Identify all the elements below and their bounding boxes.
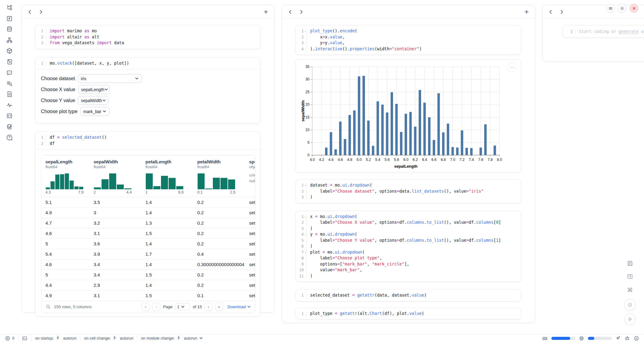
help-icon[interactable]	[6, 134, 13, 141]
column-header[interactable]: petalLength float6416.9	[141, 155, 193, 197]
code-cell-selected-dataset[interactable]: 1selected_dataset = getattr(data, datase…	[295, 289, 521, 301]
code-line[interactable]: 1⌄x = mo.ui.dropdown(	[296, 214, 521, 220]
code-line[interactable]: 9 options=["mark_bar", "mark_circle"],	[296, 261, 521, 267]
column-histogram[interactable]	[45, 172, 84, 189]
code-line[interactable]: 7⌄plot = mo.ui.dropdown(	[296, 249, 521, 255]
code-line[interactable]: 3 y=y.value,	[296, 40, 521, 46]
code-line[interactable]: 2 x=x.value,	[296, 34, 521, 40]
dependencies-icon[interactable]	[6, 37, 13, 44]
chevron-left-icon[interactable]	[28, 10, 32, 14]
fold-chevron-icon[interactable]: ⌄	[305, 249, 306, 255]
editor-placeholder[interactable]: Start coding or generate with	[575, 29, 644, 34]
code-line[interactable]: 1selected_dataset = getattr(data, datase…	[296, 292, 521, 298]
runtime-config-item[interactable]: on startup:autorun	[35, 336, 77, 341]
table-row[interactable]: 4.63.41.40.30000000000000004setosa	[41, 259, 255, 269]
code-editor[interactable]: 1⌄plot_type().encode(2 x=x.value,3 y=y.v…	[296, 25, 521, 55]
download-button[interactable]: Download	[227, 305, 251, 309]
add-cell-icon[interactable]	[264, 10, 268, 14]
last-page-button[interactable]: »	[215, 303, 223, 311]
app-view-button[interactable]	[624, 299, 636, 311]
first-page-button[interactable]: «	[141, 303, 150, 311]
code-line[interactable]: 2df	[35, 141, 260, 147]
chevron-right-icon[interactable]	[560, 10, 564, 14]
chart-actions-button[interactable]: ⋯	[507, 62, 517, 72]
page-select[interactable]: 1	[175, 303, 190, 310]
code-cell-plot-type[interactable]: 1plot_type = getattr(alt.Chart(df), plot…	[295, 308, 521, 320]
table-row[interactable]: 4.73.21.30.2setosa	[41, 218, 255, 228]
database-icon[interactable]	[6, 26, 13, 33]
column-histogram[interactable]	[94, 172, 132, 189]
code-editor[interactable]: 1plot_type = getattr(alt.Chart(df), plot…	[296, 308, 521, 319]
bar-chart[interactable]: 4.04.24.44.64.85.05.25.45.65.86.06.26.46…	[301, 64, 511, 170]
menu-button[interactable]	[606, 4, 615, 12]
table-row[interactable]: 53.41.50.2setosa	[41, 269, 255, 280]
code-line[interactable]: 1⌄plot_type().encode(	[296, 28, 521, 34]
chevron-left-icon[interactable]	[288, 10, 292, 14]
code-line[interactable]: 1import marimo as mo	[35, 28, 260, 34]
run-all-button[interactable]	[624, 313, 636, 325]
chevron-left-icon[interactable]	[549, 10, 553, 14]
code-editor[interactable]: 1import marimo as mo2import altair as al…	[35, 25, 260, 49]
code-line[interactable]: 5 label="Choose Y value", options=df.col…	[296, 237, 521, 244]
fold-chevron-icon[interactable]: ⌄	[305, 213, 306, 219]
fold-chevron-icon[interactable]: ⌄	[305, 182, 306, 188]
code-line[interactable]: 3)	[296, 226, 521, 232]
table-row[interactable]: 4.93.11.50.1setosa	[41, 290, 255, 301]
code-editor[interactable]: 1selected_dataset = getattr(data, datase…	[296, 290, 521, 301]
console-icon[interactable]	[6, 112, 13, 119]
terminal-button[interactable]	[22, 336, 27, 341]
code-line[interactable]: 10 value="mark_bar",	[296, 267, 521, 273]
packages-icon[interactable]	[6, 48, 13, 54]
fold-chevron-icon[interactable]: ⌄	[305, 28, 306, 34]
ai-sparkles-icon[interactable]	[615, 336, 621, 341]
code-line[interactable]: 1⌄dataset = mo.ui.dropdown(	[296, 182, 521, 188]
column-header[interactable]: species objectunique:nulls:	[245, 155, 255, 197]
runtime-config-item[interactable]: on module change:autorun	[141, 336, 203, 341]
file-tree-icon[interactable]	[6, 4, 13, 11]
table-row[interactable]: 53.61.40.2setosa	[41, 238, 255, 249]
chevron-right-icon[interactable]	[39, 10, 43, 14]
code-line[interactable]: 4).interactive().properties(width="conta…	[296, 46, 521, 52]
scratchpad-icon[interactable]	[6, 123, 13, 130]
chat-bot-icon[interactable]	[6, 69, 13, 76]
code-line[interactable]: 4⌄y = mo.ui.dropdown(	[296, 231, 521, 237]
dropdown-select[interactable]: sepalWidth	[78, 96, 108, 105]
add-cell-icon[interactable]	[524, 10, 529, 14]
code-editor[interactable]: 1mo.vstack([dataset, x, y, plot])	[35, 58, 260, 69]
code-cell-plot[interactable]: 1⌄plot_type().encode(2 x=x.value,3 y=y.v…	[295, 25, 521, 55]
code-line[interactable]: 11)	[296, 273, 521, 279]
dropdown-select[interactable]: mark_bar	[80, 107, 109, 116]
functions-icon[interactable]	[6, 15, 13, 22]
copilot-robot-icon[interactable]	[624, 336, 630, 341]
code-cell-xy-dropdowns[interactable]: 1⌄x = mo.ui.dropdown(2 label="Choose X v…	[295, 211, 521, 282]
layout-select-button[interactable]	[626, 273, 634, 280]
code-cell-dataset-dropdown[interactable]: 1⌄dataset = mo.ui.dropdown(2 label="Choo…	[295, 179, 521, 203]
table-row[interactable]: 4.42.91.40.2setosa	[41, 280, 255, 290]
table-row[interactable]: 4.63.11.50.2setosa	[41, 228, 255, 238]
code-line[interactable]: 6)	[296, 243, 521, 249]
code-line[interactable]: 3)	[296, 194, 521, 200]
chevron-right-icon[interactable]	[299, 10, 303, 14]
code-line[interactable]: 3from vega_datasets import data	[35, 40, 260, 46]
code-line[interactable]: 1plot_type = getattr(alt.Chart(df), plot…	[296, 311, 521, 317]
column-header[interactable]: sepalLength float644.37.9	[41, 155, 90, 197]
tracing-icon[interactable]	[6, 102, 13, 109]
logs-search-icon[interactable]	[6, 80, 13, 87]
dropdown-select[interactable]: sepalLength	[78, 85, 110, 94]
script-icon[interactable]	[6, 59, 13, 65]
connection-status-icon[interactable]	[634, 336, 639, 341]
code-line[interactable]: 8 label="Choose plot type",	[296, 255, 521, 261]
generate-link[interactable]: generate	[619, 29, 639, 34]
next-page-button[interactable]: ›	[204, 303, 213, 311]
column-histogram[interactable]	[197, 172, 235, 189]
code-cell-imports[interactable]: 1import marimo as mo2import altair as al…	[35, 25, 261, 49]
table-row[interactable]: 5.13.51.40.2setosa	[41, 197, 255, 207]
shutdown-button[interactable]	[630, 4, 638, 12]
settings-button[interactable]	[618, 4, 626, 12]
snippets-icon[interactable]	[6, 91, 13, 98]
dropdown-select[interactable]: iris	[78, 74, 142, 83]
code-line[interactable]: 1df = selected_dataset()	[35, 134, 260, 141]
empty-code-cell[interactable]: 1 Start coding or generate with	[563, 25, 644, 38]
code-editor[interactable]: 1⌄x = mo.ui.dropdown(2 label="Choose X v…	[296, 211, 521, 282]
save-button[interactable]	[626, 260, 634, 267]
